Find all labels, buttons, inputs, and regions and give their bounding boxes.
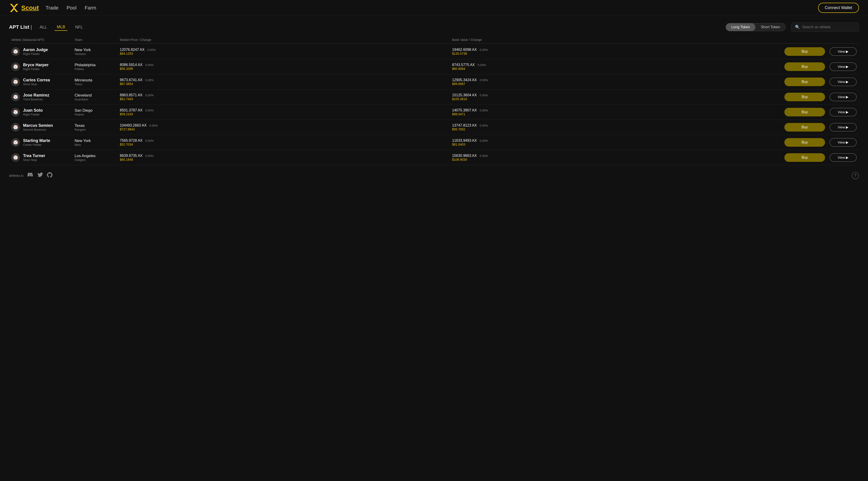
avatar: ⚾ [11,77,20,86]
token-toggle: Long Token Short Token [725,23,786,31]
table-row: ⚾ Jose Ramirez Third Baseman Cleveland G… [9,90,859,105]
avatar: ⚾ [11,153,20,162]
athlete-info: ⚾ Jose Ramirez Third Baseman [11,93,74,101]
long-token-button[interactable]: Long Token [726,23,755,31]
nav-pool[interactable]: Pool [66,5,76,11]
team-info: Philadelphia Phillies [74,63,120,71]
buy-button[interactable]: Buy [784,138,825,147]
table-body: ⚾ Aaron Judge Right Fielder New York Yan… [9,44,859,165]
apt-list-title: APT List | [9,24,32,30]
avatar: ⚾ [11,108,20,117]
connect-wallet-button[interactable]: Connect Wallet [818,3,859,13]
avatar: ⚾ [11,138,20,147]
avatar: ⚾ [11,62,20,71]
col-athlete: Athlete (Seasonal APT) [11,38,74,41]
filter-all[interactable]: ALL [37,24,49,31]
github-icon[interactable] [47,172,53,179]
nav-scout-link[interactable]: Scout [21,4,39,11]
book-value-cell: 14075.3907 AX 0.00% $98.0471 [452,108,784,116]
buy-button[interactable]: Buy [784,93,825,101]
navbar: Scout Trade Pool Farm Connect Wallet [0,0,868,16]
athlete-position: Center Fielder [23,143,50,147]
table-row: ⚾ Carlos Correa Short Stop Minnesota Twi… [9,74,859,90]
athlete-info: ⚾ Bryce Harper Right Fielder [11,62,74,71]
view-button[interactable]: View ▶ [830,153,857,162]
athlete-position: Right Fielder [23,67,49,71]
athlete-position: Second Baseman [23,128,53,131]
filter-mlb[interactable]: MLB [55,24,67,31]
search-input[interactable] [802,25,855,29]
athlete-name: Aaron Judge [23,47,48,52]
book-value-cell: 11633.9493 AX 0.00% $81.0403 [452,138,784,146]
view-button[interactable]: View ▶ [830,62,857,71]
help-button[interactable]: ? [852,172,859,179]
view-button[interactable]: View ▶ [830,93,857,101]
book-value-cell: 8743.5775 AX 0.00% $60.9064 [452,63,784,70]
table-row: ⚾ Juan Soto Right Fielder San Diego Padr… [9,105,859,120]
athlete-name: Starling Marte [23,138,50,143]
avatar: ⚾ [11,123,20,132]
buy-button[interactable]: Buy [784,47,825,56]
athlete-info: ⚾ Trea Turner Short Stop [11,153,74,162]
col-market-price: Market Price / Change [120,38,452,41]
athlete-search-box[interactable]: 🔍 [791,23,859,32]
col-view [830,38,857,41]
book-value-cell: 15630.9663 AX 0.00% $108.9030 [452,154,784,161]
team-info: Texas Rangers [74,123,120,131]
athlete-position: Short Stop [23,158,45,162]
athlete-info: ⚾ Starling Marte Center Fielder [11,138,74,147]
buy-button[interactable]: Buy [784,123,825,132]
discord-icon[interactable] [28,172,33,179]
apt-list-header: APT List | ALL MLB NFL Long Token Short … [9,23,859,32]
view-button[interactable]: View ▶ [830,47,857,56]
team-info: Cleveland Guardians [74,93,120,101]
logo-icon [9,3,19,13]
nav-farm[interactable]: Farm [85,5,96,11]
nav-trade[interactable]: Trade [46,5,59,11]
view-button[interactable]: View ▶ [830,123,857,132]
buy-button[interactable]: Buy [784,77,825,86]
nav-links: Trade Pool Farm [46,5,818,11]
col-book-value: Book Value / Change [452,38,784,41]
market-price-cell: 8501.3787 AX 0.00% $59.2193 [120,108,452,116]
footer-left: athletex.io [9,172,53,179]
athlete-position: Right Fielder [23,52,48,56]
team-info: New York Mets [74,138,120,147]
buy-button[interactable]: Buy [784,62,825,71]
athlete-name: Trea Turner [23,154,45,158]
team-info: San Diego Padres [74,108,120,116]
buy-button[interactable]: Buy [784,108,825,117]
market-price-cell: 9673.6741 AX 0.00% $67.3854 [120,78,452,86]
market-price-cell: 7565.9728 AX 0.00% $52.7034 [120,138,452,146]
footer-site: athletex.io [9,174,24,178]
filter-nfl[interactable]: NFL [73,24,85,31]
logo[interactable]: Scout [9,3,39,13]
athlete-name: Carlos Correa [23,78,50,83]
view-button[interactable]: View ▶ [830,138,857,147]
athlete-info: ⚾ Carlos Correa Short Stop [11,77,74,86]
view-button[interactable]: View ▶ [830,108,857,117]
svg-marker-0 [10,4,18,12]
book-value-cell: 13747.8123 AX 0.00% $95.7652 [452,123,784,131]
market-price-cell: 8086.5814 AX 0.00% $56.3299 [120,63,452,70]
athlete-position: Short Stop [23,83,50,86]
athlete-position: Right Fielder [23,113,43,116]
twitter-icon[interactable] [37,172,43,179]
team-info: New York Yankees [74,48,120,56]
footer: athletex.io ? [0,167,868,184]
market-price-cell: 12076.8247 AX 0.00% $84.1253 [120,48,452,55]
athlete-name: Bryce Harper [23,63,49,67]
market-price-cell: 8863.8571 AX 0.00% $61.7443 [120,93,452,101]
team-info: Los Angeles Dodgers [74,154,120,162]
athlete-info: ⚾ Juan Soto Right Fielder [11,108,74,117]
view-button[interactable]: View ▶ [830,77,857,86]
athlete-info: ⚾ Aaron Judge Right Fielder [11,47,74,56]
buy-button[interactable]: Buy [784,153,825,162]
table-row: ⚾ Marcus Semien Second Baseman Texas Ran… [9,120,859,135]
short-token-button[interactable]: Short Token [755,23,785,31]
market-price-cell: 104493.2663 AX 0.00% $727.8844 [120,123,452,131]
table-row: ⚾ Starling Marte Center Fielder New York… [9,135,859,150]
avatar: ⚾ [11,47,20,56]
avatar: ⚾ [11,93,20,101]
athlete-info: ⚾ Marcus Semien Second Baseman [11,123,74,132]
